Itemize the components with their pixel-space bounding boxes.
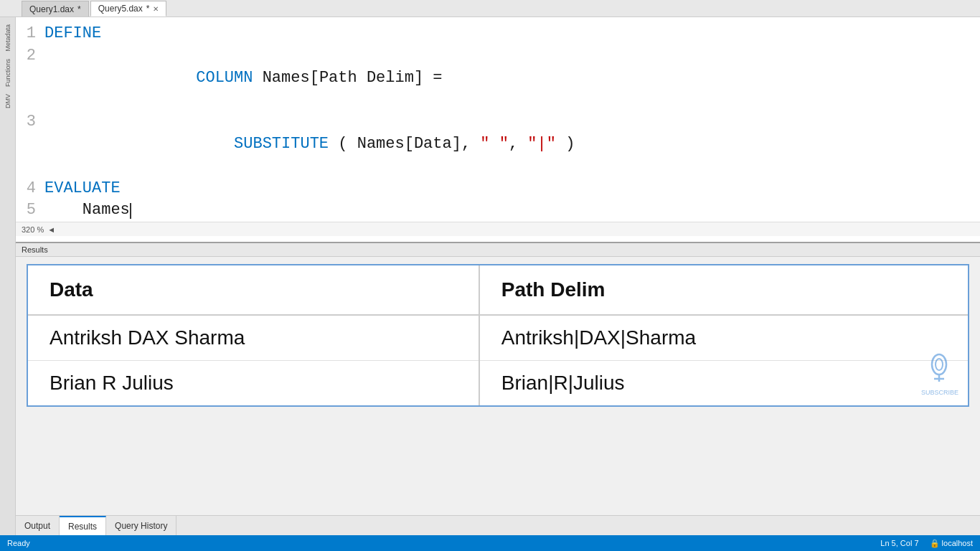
sidebar-item-functions[interactable]: Functions	[3, 55, 13, 90]
bottom-tab-results[interactable]: Results	[60, 516, 106, 535]
tab-query5-label: Query5.dax	[98, 4, 143, 14]
svg-point-0	[932, 354, 946, 375]
results-label: Results	[16, 243, 980, 257]
line-num-4: 4	[16, 178, 44, 200]
results-section: Results Data Path Delim	[16, 243, 980, 515]
results-inner: Data Path Delim Antr	[27, 264, 969, 407]
zoom-level: 320 %	[22, 225, 44, 234]
table-row: Antriksh DAX Sharma Antriksh|DAX|Sharma	[28, 315, 968, 361]
code-str-pipe: "|"	[527, 135, 556, 153]
subscribe-watermark: SUBSCRIBE	[921, 350, 958, 396]
sidebar-item-dmv[interactable]: DMV	[3, 90, 13, 112]
code-line3-text: SUBSTITUTE ( Names[Data], " ", "|" )	[44, 111, 575, 177]
line-num-3: 3	[16, 111, 44, 133]
code-str-space: " "	[480, 135, 509, 153]
code-line2-text: COLUMN Names[Path Delim] =	[44, 45, 443, 111]
tab-query1[interactable]: Query1.dax *	[22, 1, 89, 17]
cell-pathdelim-2: Brian|R|Julius	[479, 361, 968, 406]
code-keyword-define: DEFINE	[44, 23, 101, 45]
line-num-5: 5	[16, 199, 44, 222]
code-lines: 1 DEFINE 2 COLUMN Names[Path Delim] = 3 …	[16, 23, 980, 222]
table-row: Brian R Julius Brian|R|Julius	[28, 361, 968, 406]
svg-point-1	[936, 359, 943, 370]
tab-query5-modified: *	[146, 4, 150, 14]
cell-data-1: Antriksh DAX Sharma	[28, 315, 479, 361]
tabs-bar: Query1.dax * Query5.dax * ✕	[0, 0, 980, 17]
main-area: Metadata Functions DMV 1 DEFINE 2 COLUMN…	[0, 17, 980, 535]
code-sub-close: )	[556, 135, 575, 153]
tab-query5[interactable]: Query5.dax * ✕	[90, 1, 167, 17]
code-keyword-substitute: SUBSTITUTE	[158, 135, 329, 153]
bottom-tab-output[interactable]: Output	[16, 516, 60, 535]
code-names-ref: Names	[44, 199, 131, 222]
scroll-indicator: ◄	[47, 225, 55, 234]
code-comma: ,	[509, 135, 527, 153]
code-keyword-evaluate: EVALUATE	[44, 178, 121, 200]
editor-results-panel: 1 DEFINE 2 COLUMN Names[Path Delim] = 3 …	[16, 17, 980, 535]
text-cursor	[130, 203, 131, 219]
table-header: Data Path Delim	[28, 265, 968, 315]
status-server: 🔒 localhost	[930, 539, 973, 548]
line-num-1: 1	[16, 23, 44, 45]
bottom-tab-queryhistory[interactable]: Query History	[106, 516, 176, 535]
status-ready: Ready	[7, 539, 30, 547]
code-line-4: 4 EVALUATE	[16, 178, 980, 200]
bottom-tabs: Output Results Query History	[16, 515, 980, 535]
sidebar-item-metadata[interactable]: Metadata	[3, 21, 13, 55]
subscribe-text: SUBSCRIBE	[921, 389, 958, 396]
code-line-3: 3 SUBSTITUTE ( Names[Data], " ", "|" )	[16, 111, 980, 177]
code-sub-open: ( Names[Data],	[329, 135, 480, 153]
code-editor[interactable]: 1 DEFINE 2 COLUMN Names[Path Delim] = 3 …	[16, 17, 980, 243]
status-bar: Ready Ln 5, Col 7 🔒 localhost	[0, 535, 980, 551]
tab-query1-modified: *	[77, 4, 81, 14]
table-header-row: Data Path Delim	[28, 265, 968, 315]
code-column-def: Names[Path Delim] =	[253, 69, 442, 87]
lock-icon: 🔒	[930, 539, 940, 547]
results-content[interactable]: Data Path Delim Antr	[16, 257, 980, 515]
code-line-5: 5 Names	[16, 199, 980, 222]
line-num-2: 2	[16, 45, 44, 67]
col-header-data: Data	[28, 265, 479, 315]
data-table-wrapper: Data Path Delim Antr	[27, 264, 969, 407]
code-keyword-column: COLUMN	[158, 69, 253, 87]
status-right: Ln 5, Col 7 🔒 localhost	[880, 539, 973, 548]
code-line-2: 2 COLUMN Names[Path Delim] =	[16, 45, 980, 111]
cell-pathdelim-1: Antriksh|DAX|Sharma	[479, 315, 968, 361]
sidebar: Metadata Functions DMV	[0, 17, 16, 535]
data-table: Data Path Delim Antr	[28, 265, 968, 405]
cell-data-2: Brian R Julius	[28, 361, 479, 406]
table-body: Antriksh DAX Sharma Antriksh|DAX|Sharma …	[28, 315, 968, 405]
status-line-col: Ln 5, Col 7	[880, 539, 918, 547]
subscribe-icon	[921, 350, 957, 386]
code-line-1: 1 DEFINE	[16, 23, 980, 45]
col-header-pathdelim: Path Delim	[479, 265, 968, 315]
close-tab-button[interactable]: ✕	[153, 5, 159, 13]
editor-status: 320 % ◄	[16, 222, 980, 236]
tab-query1-label: Query1.dax	[29, 4, 74, 14]
